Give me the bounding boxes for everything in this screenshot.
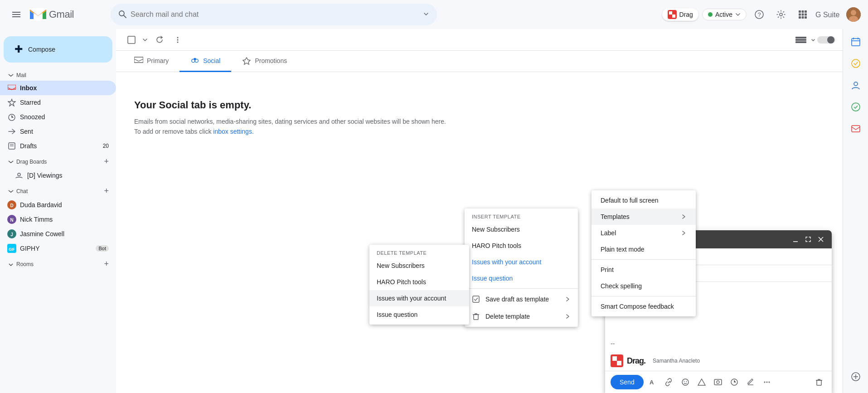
refresh-button[interactable] [151,32,168,48]
drag-badge: Drag [662,8,698,21]
tab-promotions[interactable]: Promotions [231,51,298,72]
compose-send-button[interactable]: Send [611,375,644,389]
drag-label: Drag [679,11,693,18]
footer-pencil-icon[interactable] [743,375,758,389]
sidebar-item-inbox[interactable]: Inbox [0,81,116,95]
strip-contacts-icon[interactable] [847,76,865,94]
footer-trash-icon[interactable] [812,375,826,389]
more-options-button[interactable] [170,32,186,48]
compose-close-btn[interactable] [815,234,826,245]
svg-point-71 [684,381,684,382]
toggle-switch[interactable] [817,35,835,44]
compose-fullscreen-btn[interactable] [803,234,814,245]
footer-link-icon[interactable] [662,375,676,389]
search-bar[interactable] [111,4,437,25]
gmail-logo: Gmail [29,8,74,21]
save-draft-as-template[interactable]: Save draft as template [465,291,578,308]
sig-drag-text: Drag. [627,356,645,366]
delete-template-option[interactable]: Delete template [465,308,578,325]
svg-rect-12 [802,10,804,13]
empty-state-desc: Emails from social networks, media-shari… [134,116,824,137]
select-checkbox-group [123,32,150,48]
search-expand-icon[interactable] [422,10,430,19]
viewings-label: [D] Viewings [27,172,109,179]
settings-button[interactable] [772,5,790,24]
drag-boards-add-icon[interactable]: + [104,157,109,166]
svg-line-5 [124,15,126,18]
dropdown-print[interactable]: Print [592,262,696,278]
dropdown-label[interactable]: Label [592,225,696,241]
strip-calendar-icon[interactable] [847,33,865,51]
svg-rect-0 [12,12,20,13]
giphy-label: GIPHY [20,245,90,252]
strip-add-icon[interactable] [847,368,865,389]
delete-issue-question[interactable]: Issue question [369,306,469,323]
svg-text:?: ? [757,11,761,18]
footer-photo-icon[interactable] [711,375,725,389]
mail-section-label[interactable]: Mail [0,70,116,81]
tab-social[interactable]: Social [179,51,231,72]
social-empty-state: Your Social tab is empty. Emails from so… [116,72,843,164]
duda-avatar: D [7,200,16,209]
svg-rect-81 [817,380,821,385]
svg-point-72 [686,381,687,382]
help-button[interactable]: ? [750,5,768,24]
strip-check-circle-icon[interactable] [847,98,865,116]
select-dropdown-btn[interactable] [141,32,150,48]
sidebar-item-sent[interactable]: Sent [0,124,116,139]
compact-view-button[interactable] [793,32,809,48]
insert-issue-question[interactable]: Issue question [465,270,578,286]
drafts-count: 20 [103,143,109,149]
footer-emoji-icon[interactable] [678,375,693,389]
dropdown-spell-check[interactable]: Check spelling [592,278,696,294]
sidebar-item-starred[interactable]: Starred [0,95,116,110]
sidebar-item-duda[interactable]: D Duda Bardavid [0,198,116,212]
sent-label: Sent [20,128,109,135]
sidebar-item-viewings[interactable]: [D] Viewings [0,168,116,183]
dropdown-smart-compose[interactable]: Smart Compose feedback [592,298,696,315]
dropdown-divider-2 [592,296,696,296]
compose-button[interactable]: ✚ Compose [4,36,112,63]
footer-clock-icon[interactable] [727,375,742,389]
insert-template-label: INSERT TEMPLATE [465,210,578,221]
dropdown-templates[interactable]: Templates [592,209,696,225]
apps-button[interactable] [794,5,812,24]
chat-add-icon[interactable]: + [104,186,109,196]
inbox-settings-link[interactable]: inbox settings. [213,128,254,135]
svg-point-78 [764,382,765,383]
sidebar-item-nick[interactable]: N Nick Timms [0,212,116,227]
rooms-add-icon[interactable]: + [104,259,109,269]
strip-red-mail-icon[interactable] [847,120,865,138]
dropdown-fullscreen[interactable]: Default to full screen [592,192,696,209]
active-status-button[interactable]: Active [702,9,747,20]
insert-issues[interactable]: Issues with your account [465,254,578,270]
select-checkbox[interactable] [123,32,140,48]
footer-more-icon[interactable] [760,375,774,389]
sidebar-item-giphy[interactable]: GIF GIPHY Bot [0,241,116,256]
compose-minimize-btn[interactable] [790,234,801,245]
strip-tasks-icon[interactable] [847,54,865,73]
svg-rect-74 [714,379,722,385]
svg-rect-18 [802,16,804,19]
dropdown-plain-text[interactable]: Plain text mode [592,241,696,257]
compose-header-icons [790,234,826,245]
sidebar-item-drafts[interactable]: Drafts 20 [0,139,116,153]
tab-primary[interactable]: Primary [123,51,179,72]
footer-drive-icon[interactable] [694,375,709,389]
sidebar-item-jasmine[interactable]: J Jasmine Cowell [0,227,116,241]
delete-new-subscribers[interactable]: New Subscribers [369,257,469,274]
search-input[interactable] [131,10,419,19]
insert-haro-pitch[interactable]: HARO Pitch tools [465,238,578,254]
drafts-label: Drafts [20,142,99,150]
user-avatar[interactable] [846,7,861,22]
delete-haro-pitch[interactable]: HARO Pitch tools [369,274,469,290]
rooms-section-label[interactable]: Rooms + [0,257,116,271]
insert-new-subscribers[interactable]: New Subscribers [465,221,578,238]
delete-issues[interactable]: Issues with your account [369,290,469,306]
hamburger-menu-button[interactable] [7,5,25,24]
drag-boards-section[interactable]: Drag Boards + [0,155,116,168]
gmail-text: Gmail [49,9,74,20]
chat-section-label[interactable]: Chat + [0,184,116,198]
footer-format-icon[interactable]: A [645,375,660,389]
sidebar-item-snoozed[interactable]: Snoozed [0,110,116,124]
